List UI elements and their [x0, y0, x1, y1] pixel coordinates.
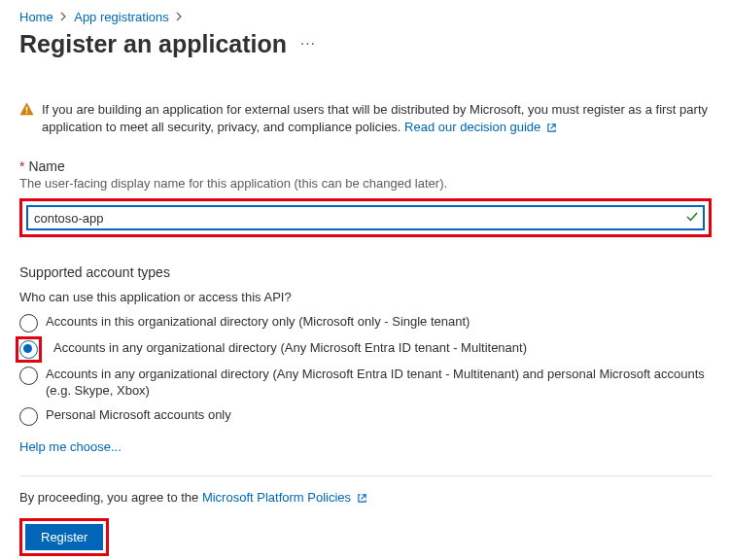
chevron-right-icon: [176, 10, 183, 24]
radio-multitenant-personal[interactable]: [19, 367, 38, 385]
check-icon: [685, 210, 699, 224]
warning-icon: [19, 102, 34, 116]
svg-rect-1: [26, 112, 27, 113]
platform-policies-link[interactable]: Microsoft Platform Policies: [202, 490, 367, 505]
breadcrumb-app-registrations[interactable]: App registrations: [74, 10, 169, 24]
radio-multitenant-personal-label: Accounts in any organizational directory…: [46, 367, 712, 400]
radio-single-tenant[interactable]: [19, 314, 38, 332]
page-title: Register an application: [19, 30, 287, 58]
divider: [19, 475, 712, 476]
radio-multitenant-highlight: [16, 336, 42, 363]
name-input-highlight: [19, 198, 712, 237]
register-button-highlight: Register: [19, 518, 109, 556]
more-icon[interactable]: ···: [300, 35, 316, 52]
chevron-right-icon: [60, 10, 67, 24]
info-text: If you are building an application for e…: [42, 102, 708, 134]
external-link-icon: [546, 121, 557, 138]
radio-personal-only-label: Personal Microsoft accounts only: [46, 407, 231, 424]
external-link-icon: [357, 492, 367, 507]
help-me-choose-link[interactable]: Help me choose...: [19, 439, 122, 454]
radio-multitenant-label: Accounts in any organizational directory…: [53, 340, 527, 357]
required-indicator: *: [19, 158, 24, 174]
radio-multitenant[interactable]: [19, 340, 38, 359]
name-input[interactable]: [26, 205, 705, 230]
name-label: *Name: [19, 158, 712, 174]
radio-single-tenant-label: Accounts in this organizational director…: [46, 314, 470, 331]
register-button[interactable]: Register: [25, 524, 103, 550]
radio-personal-only[interactable]: [19, 407, 38, 426]
breadcrumb: Home App registrations: [19, 10, 712, 24]
decision-guide-link[interactable]: Read our decision guide: [404, 120, 557, 134]
name-help-text: The user-facing display name for this ap…: [19, 176, 712, 191]
policy-text: By proceeding, you agree to the Microsof…: [19, 490, 712, 507]
info-banner: If you are building an application for e…: [19, 101, 712, 137]
account-types-question: Who can use this application or access t…: [19, 290, 712, 304]
breadcrumb-home[interactable]: Home: [19, 10, 53, 24]
svg-rect-0: [26, 107, 27, 112]
account-types-heading: Supported account types: [19, 264, 712, 280]
